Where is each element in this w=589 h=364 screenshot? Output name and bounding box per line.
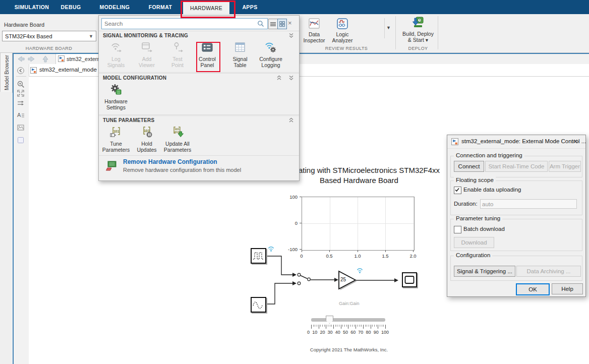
logic-analyzer-button[interactable]: Logic Analyzer [329,17,356,43]
simulink-model-icon [30,67,37,76]
arm-trigger-button[interactable]: Arm Trigger [549,161,581,172]
help-button[interactable]: Help [552,283,583,294]
connection-triggering-group: Connection and triggering Connect Start … [450,156,582,177]
hardware-gallery-popup: × SIGNAL MONITORING & TRACING Log Signal… [98,15,300,181]
remove-hardware-configuration-link[interactable]: Remove Hardware Configuration [123,158,217,165]
gallery-item-log-signals[interactable]: Log Signals [101,41,131,68]
hardware-board-select[interactable]: STM32F4xx Based ▼ [2,31,96,41]
data-inspector-icon [308,25,321,31]
divider [99,72,299,73]
deploy-caption: DEPLOY [400,46,436,51]
duration-label: Duration: [454,201,478,207]
signal-and-triggering-button[interactable]: Signal & Triggering ... [454,266,515,277]
divider [384,18,385,38]
gain-block-value[interactable]: 25 [340,277,346,282]
data-archiving-button[interactable]: Data Archiving ... [516,266,581,277]
log-signals-icon [109,47,123,55]
divider [438,16,438,49]
remove-hardware-configuration-description: Remove hardware configuration from this … [123,167,241,173]
review-results-caption: REVIEW RESULTS [301,46,392,51]
hold-updates-icon: 101 [140,132,153,140]
close-icon[interactable]: × [573,137,578,145]
list-view-button[interactable] [268,19,278,29]
toolstrip-tab-bar: SIMULATION DEBUG MODELING FORMAT HARDWAR… [0,0,589,14]
batch-download-checkbox[interactable] [454,226,461,233]
back-icon[interactable] [17,55,25,65]
scope-block[interactable] [402,272,417,287]
tune-parameters-icon: 101 [109,132,123,140]
zoom-icon[interactable] [17,80,26,89]
search-icon [257,20,264,29]
breadcrumb[interactable]: stm32_external_mode [39,67,97,73]
signal-table-icon [233,47,247,55]
chevron-down-icon: ▼ [89,34,93,39]
section-header-model-configuration: MODEL CONFIGURATION [99,73,299,83]
tab-apps[interactable]: APPS [236,0,264,14]
close-icon[interactable]: × [288,19,292,27]
collapse-up-icon[interactable] [288,117,294,124]
gallery-item-update-all-parameters[interactable]: 101010 Update All Parameters [163,126,192,153]
gain-slider-track[interactable] [311,318,385,322]
update-all-parameters-icon: 101010 [171,132,184,140]
tab-modeling[interactable]: MODELING [96,0,134,14]
logic-analyzer-icon [336,25,349,31]
external-mode-control-dialog: stm32_external_mode: External Mode Contr… [447,135,586,297]
pulse-generator-block[interactable] [251,248,266,264]
divider [99,155,299,156]
annotation-icon[interactable]: A [17,111,26,120]
gallery-item-signal-table[interactable]: Signal Table [225,41,255,68]
image-icon[interactable] [17,124,26,133]
fit-to-view-icon[interactable] [17,89,26,98]
data-inspector-button[interactable]: Data Inspector [301,17,328,43]
parameter-tuning-group: Parameter tuning Batch download Download [450,219,582,251]
gallery-item-hold-updates[interactable]: 101 Hold Updates [132,126,161,153]
hardware-board-caption: HARDWARE BOARD [2,46,96,51]
svg-text:A: A [17,112,21,118]
forward-icon[interactable] [28,55,36,65]
gallery-item-hardware-settings[interactable]: Hardware Settings [101,83,131,110]
annotation-control-panel-highlight [196,42,220,72]
collapse-up-icon[interactable] [276,75,282,82]
enable-data-uploading-checkbox[interactable] [454,187,461,194]
divider [395,16,396,49]
gallery-item-add-viewer[interactable]: Add Viewer [132,41,161,68]
build-deploy-start-icon [411,25,425,31]
configure-logging-icon [264,47,277,55]
duration-field[interactable] [480,199,577,209]
hardware-board-label: Hardware Board [4,22,44,28]
test-point-icon [171,47,184,55]
ok-button[interactable]: OK [516,283,550,295]
simulink-model-icon [58,55,65,63]
gallery-item-tune-parameters[interactable]: 101 Tune Parameters [101,126,131,153]
start-real-time-code-button[interactable]: Start Real-Time Code [485,161,548,172]
build-deploy-start-button[interactable]: Build, Deploy & Start ▾ [400,16,436,43]
tab-simulation[interactable]: SIMULATION [9,0,54,14]
collapse-down-icon[interactable] [288,75,294,82]
up-to-parent-icon[interactable] [42,55,49,65]
gallery-item-test-point[interactable]: Test Point [163,41,192,68]
collapse-section-icon[interactable] [288,33,294,39]
pulse-waveform-icon [252,249,265,263]
model-browser-tab[interactable]: Model Browser [0,52,13,93]
empty-block-icon[interactable] [17,136,26,145]
hide-explorer-icon[interactable] [17,67,26,76]
search-input[interactable] [101,18,268,29]
copyright-annotation: Copyright 2021 The MathWorks, Inc. [283,347,415,352]
divider [16,76,26,77]
scope-screen-icon [403,273,416,286]
connect-button[interactable]: Connect [454,161,484,172]
batch-download-label: Batch download [463,226,505,232]
svg-text:010: 010 [174,131,180,134]
download-button[interactable]: Download [454,237,494,248]
signal-routing-icon[interactable] [17,99,26,108]
dialog-title-bar[interactable]: stm32_external_mode: External Mode Contr… [447,135,585,149]
section-header-signal-monitoring: SIGNAL MONITORING & TRACING [99,31,299,40]
tab-format[interactable]: FORMAT [145,0,175,14]
gallery-item-configure-logging[interactable]: Configure Logging [256,41,285,68]
grid-view-button[interactable] [277,19,287,29]
tab-debug[interactable]: DEBUG [57,0,85,14]
remove-hardware-configuration-icon [106,159,118,173]
review-results-expand-button[interactable]: ▼ [386,25,391,30]
divider [99,114,299,115]
sine-wave-block[interactable] [251,297,266,313]
